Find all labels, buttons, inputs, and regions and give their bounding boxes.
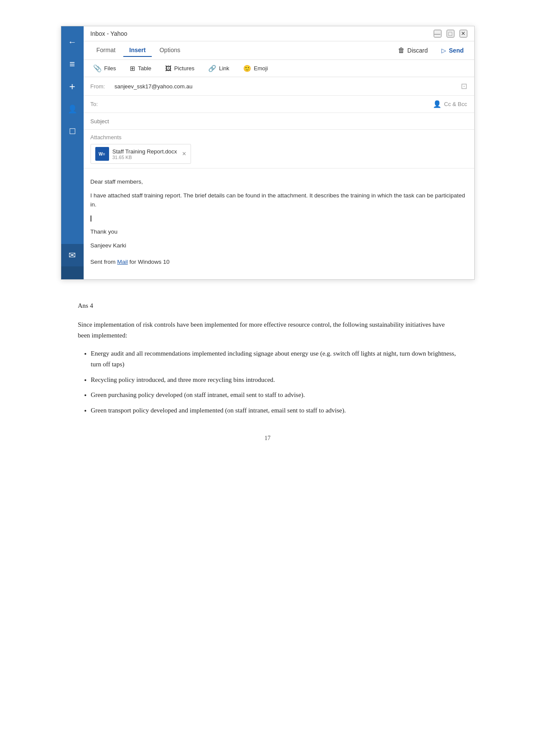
calendar-button[interactable]: ☐: [61, 120, 84, 143]
person-icon: 👤: [68, 104, 77, 114]
table-label: Table: [138, 65, 151, 72]
close-button[interactable]: ×: [460, 30, 467, 37]
from-actions: ⊡: [461, 81, 467, 91]
cursor-indicator: [91, 216, 91, 222]
tab-options[interactable]: Options: [153, 44, 186, 57]
from-row: From: sanjeev_ssk17@yahoo.com.au ⊡: [84, 77, 474, 96]
attachment-file-icon: W≡: [95, 147, 109, 161]
add-recipient-icon[interactable]: 👤: [433, 100, 441, 108]
doc-bullet-list: Energy audit and all recommendations imp…: [91, 348, 457, 416]
insert-toolbar: 📎 Files ⊞ Table 🖼 Pictures 🔗 Link 🙂: [84, 60, 474, 77]
pictures-label: Pictures: [174, 65, 194, 72]
discard-label: Discard: [407, 47, 428, 54]
link-icon: 🔗: [208, 65, 216, 72]
from-label: From:: [91, 83, 112, 90]
list-item: Green purchasing policy developed (on st…: [91, 390, 457, 401]
window-title: Inbox - Yahoo: [91, 30, 128, 37]
sent-from-suffix: for Windows 10: [128, 259, 170, 265]
pictures-button[interactable]: 🖼 Pictures: [163, 63, 197, 74]
word-icon-text: W≡: [99, 152, 105, 156]
email-para-text: I have attached staff training report. T…: [91, 192, 465, 208]
list-item: Green transport policy developed and imp…: [91, 405, 457, 416]
cc-bcc-button[interactable]: Cc & Bcc: [444, 101, 467, 107]
subject-input[interactable]: [91, 118, 467, 125]
discard-button[interactable]: 🗑 Discard: [394, 45, 431, 56]
attachment-info: Staff Training Report.docx 31.65 KB: [113, 148, 177, 160]
back-button[interactable]: ←: [61, 31, 84, 53]
sidebar: ← ≡ + 👤 ☐ ✉: [61, 26, 84, 279]
table-button[interactable]: ⊞ Table: [127, 63, 154, 74]
menu-button[interactable]: ≡: [61, 53, 84, 75]
page-number: 17: [78, 433, 457, 444]
files-button[interactable]: 📎 Files: [91, 62, 119, 74]
toolbar-actions: 🗑 Discard ▷ Send: [394, 45, 467, 56]
compose-button[interactable]: +: [61, 75, 84, 98]
toolbar-tabs: Format Insert Options: [91, 44, 187, 57]
table-icon: ⊞: [130, 65, 135, 72]
attachment-size: 31.65 KB: [113, 155, 177, 160]
attachment-item: W≡ Staff Training Report.docx 31.65 KB ×: [91, 144, 191, 164]
tab-format[interactable]: Format: [91, 44, 122, 57]
to-row: To: 👤 Cc & Bcc: [84, 96, 474, 113]
sent-from-prefix: Sent from: [91, 259, 117, 265]
restore-button[interactable]: □: [447, 30, 454, 37]
email-main: Inbox - Yahoo — □ × Format Insert Option…: [84, 26, 474, 279]
emoji-button[interactable]: 🙂 Emoji: [241, 63, 271, 74]
list-item: Recycling policy introduced, and three m…: [91, 375, 457, 386]
from-value: sanjeev_ssk17@yahoo.com.au: [115, 83, 193, 90]
mail-button[interactable]: ✉: [61, 244, 84, 266]
sent-from: Sent from Mail for Windows 10: [91, 257, 467, 267]
to-label: To:: [91, 101, 103, 107]
emoji-label: Emoji: [254, 65, 268, 72]
send-button[interactable]: ▷ Send: [438, 45, 467, 56]
minimize-button[interactable]: —: [434, 30, 441, 37]
link-button[interactable]: 🔗 Link: [206, 63, 232, 74]
toolbar: Format Insert Options 🗑 Discard ▷ Send: [84, 41, 474, 60]
email-greeting: Dear staff members,: [91, 177, 467, 187]
attachments-section: Attachments W≡ Staff Training Report.doc…: [84, 130, 474, 169]
contacts-button[interactable]: 👤: [61, 98, 84, 120]
email-cursor-line: [91, 214, 467, 223]
link-label: Link: [219, 65, 229, 72]
doc-intro: Since implementation of risk controls ha…: [78, 319, 457, 341]
mail-link[interactable]: Mail: [117, 259, 128, 265]
send-label: Send: [449, 47, 463, 54]
title-bar: Inbox - Yahoo — □ ×: [84, 26, 474, 41]
document-content: Ans 4 Since implementation of risk contr…: [61, 300, 475, 456]
to-input[interactable]: [103, 101, 433, 107]
hamburger-icon: ≡: [69, 59, 75, 70]
email-body[interactable]: Dear staff members, I have attached staf…: [84, 169, 474, 279]
email-window: ← ≡ + 👤 ☐ ✉ Inbox - Yahoo: [61, 26, 475, 280]
from-edit-icon[interactable]: ⊡: [461, 81, 467, 91]
page: ← ≡ + 👤 ☐ ✉ Inbox - Yahoo: [0, 0, 535, 756]
attachments-label: Attachments: [91, 134, 467, 141]
discard-icon: 🗑: [398, 47, 405, 54]
calendar-icon: ☐: [69, 127, 76, 136]
attachment-remove-button[interactable]: ×: [182, 150, 186, 158]
back-icon: ←: [68, 37, 77, 47]
send-icon: ▷: [441, 47, 446, 54]
image-icon: 🖼: [165, 65, 172, 72]
tab-insert[interactable]: Insert: [123, 44, 152, 57]
mail-icon: ✉: [69, 250, 76, 260]
subject-row: [84, 113, 474, 130]
emoji-icon: 🙂: [243, 65, 251, 72]
window-controls: — □ ×: [434, 30, 467, 37]
paperclip-icon: 📎: [93, 64, 102, 72]
email-form: From: sanjeev_ssk17@yahoo.com.au ⊡ To: 👤…: [84, 77, 474, 279]
list-item: Energy audit and all recommendations imp…: [91, 348, 457, 370]
email-paragraph: I have attached staff training report. T…: [91, 191, 467, 209]
files-label: Files: [104, 65, 116, 72]
plus-icon: +: [69, 81, 75, 93]
answer-label: Ans 4: [78, 300, 457, 312]
email-sign2: Sanjeev Karki: [91, 241, 467, 250]
email-sign1: Thank you: [91, 227, 467, 237]
attachment-name: Staff Training Report.docx: [113, 148, 177, 155]
